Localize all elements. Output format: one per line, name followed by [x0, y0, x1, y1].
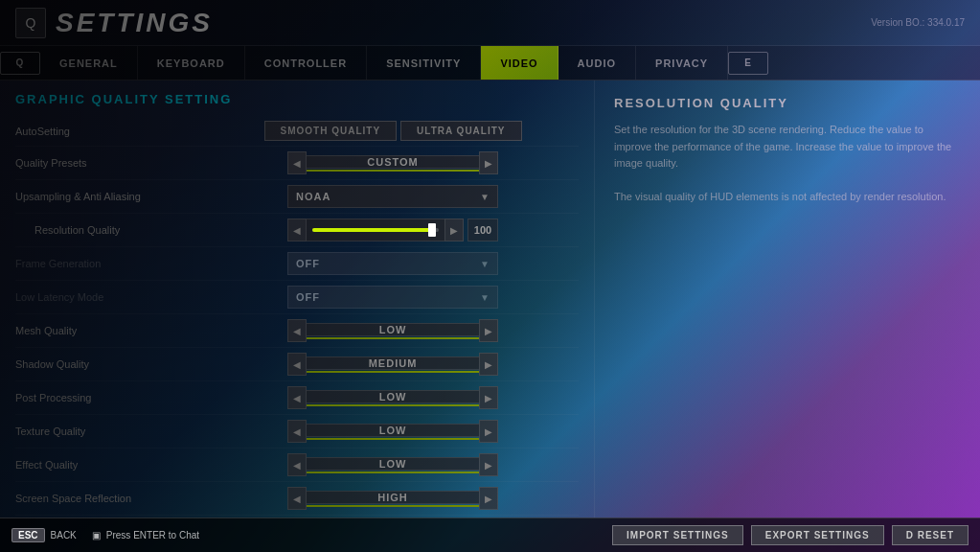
export-settings-button[interactable]: Export Settings — [751, 525, 884, 545]
enter-icon: ▣ — [92, 530, 101, 540]
hint-enter: ▣ Press ENTER to Chat — [92, 530, 199, 540]
slider-thumb[interactable] — [428, 223, 436, 237]
chevron-down-icon-latency: ▼ — [480, 292, 490, 303]
bottom-bar: ESC BACK ▣ Press ENTER to Chat Import Se… — [0, 518, 980, 552]
slider-track[interactable] — [312, 228, 439, 232]
slider-fill — [312, 228, 432, 232]
chevron-down-icon-frame: ▼ — [480, 259, 490, 269]
bottom-right-buttons: Import Settings Export Settings D RESET — [612, 525, 969, 545]
value-low-latency: OFF — [296, 291, 480, 303]
reset-label: RESET — [918, 530, 954, 540]
reset-button[interactable]: D RESET — [892, 525, 969, 545]
reset-key-icon: D — [906, 530, 914, 540]
dropdown-low-latency[interactable]: OFF ▼ — [287, 286, 498, 309]
enter-label: Press ENTER to Chat — [106, 530, 199, 540]
hint-esc: ESC BACK — [11, 528, 77, 542]
esc-key[interactable]: ESC — [11, 528, 45, 542]
dropdown-frame-generation[interactable]: OFF ▼ — [287, 252, 498, 275]
import-settings-button[interactable]: Import Settings — [612, 525, 743, 545]
back-label: BACK — [51, 530, 77, 540]
value-frame-generation: OFF — [296, 258, 480, 269]
